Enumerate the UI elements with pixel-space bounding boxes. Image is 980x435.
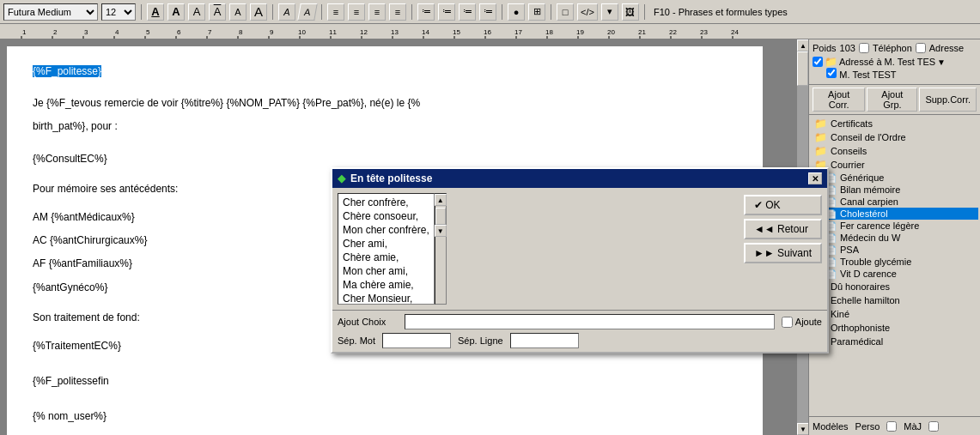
modal-list-item-3[interactable]: Cher ami, [340, 237, 432, 251]
modal-listbox[interactable]: Cher confrère,Chère consoeur,Mon cher co… [338, 193, 435, 305]
modal-title-text: En tête politesse [350, 172, 432, 184]
ajout-choix-label: Ajout Choix [338, 317, 398, 327]
modal-gem-icon: ◆ [338, 172, 345, 184]
scroll-thumb[interactable] [435, 208, 446, 225]
modal-list-item-5[interactable]: Mon cher ami, [340, 264, 432, 278]
modal-body: Cher confrère,Chère consoeur,Mon cher co… [332, 188, 827, 310]
footer-ajout-row: Ajout Choix Ajoute [338, 314, 822, 329]
sep-mot-input[interactable] [382, 333, 451, 348]
ajoute-checkbox[interactable] [782, 317, 793, 328]
sep-mot-label: Sép. Mot [338, 335, 375, 346]
modal-buttons: ✔ OK ◄◄ Retour ►► Suivant [744, 193, 822, 305]
modal-retour-btn[interactable]: ◄◄ Retour [744, 219, 822, 239]
modal-list-item-2[interactable]: Mon cher confrère, [340, 223, 432, 237]
modal-list-item-7[interactable]: Cher Monsieur, [340, 292, 432, 305]
en-tete-politesse-dialog: ◆ En tête politesse ✕ Cher confrère,Chèr… [331, 167, 829, 353]
modal-listbox-scrollbar[interactable]: ▲ ▼ [435, 193, 447, 305]
modal-ok-btn[interactable]: ✔ OK [744, 195, 822, 215]
footer-ajoute-check: Ajoute [782, 317, 822, 328]
modal-footer: Ajout Choix Ajoute Sép. Mot Sép. Ligne [332, 310, 827, 352]
modal-list-item-1[interactable]: Chère consoeur, [340, 209, 432, 223]
sep-ligne-label: Sép. Ligne [458, 335, 503, 346]
footer-sep-row: Sép. Mot Sép. Ligne [338, 333, 822, 348]
modal-list-item-4[interactable]: Chère amie, [340, 251, 432, 264]
modal-listbox-area: Cher confrère,Chère consoeur,Mon cher co… [338, 193, 739, 305]
scroll-down-arrow[interactable]: ▼ [435, 225, 447, 237]
ajout-choix-input[interactable] [405, 314, 775, 329]
modal-close-btn[interactable]: ✕ [808, 172, 822, 184]
scroll-up-arrow[interactable]: ▲ [435, 194, 447, 206]
modal-titlebar: ◆ En tête politesse ✕ [332, 169, 827, 188]
modal-title-left: ◆ En tête politesse [338, 172, 432, 184]
sep-ligne-input[interactable] [510, 333, 579, 348]
modal-list-item-0[interactable]: Cher confrère, [340, 196, 432, 209]
modal-overlay: ◆ En tête politesse ✕ Cher confrère,Chèr… [0, 0, 980, 435]
modal-suivant-btn[interactable]: ►► Suivant [744, 243, 822, 263]
ajoute-label: Ajoute [795, 317, 822, 327]
modal-list-item-6[interactable]: Ma chère amie, [340, 278, 432, 292]
